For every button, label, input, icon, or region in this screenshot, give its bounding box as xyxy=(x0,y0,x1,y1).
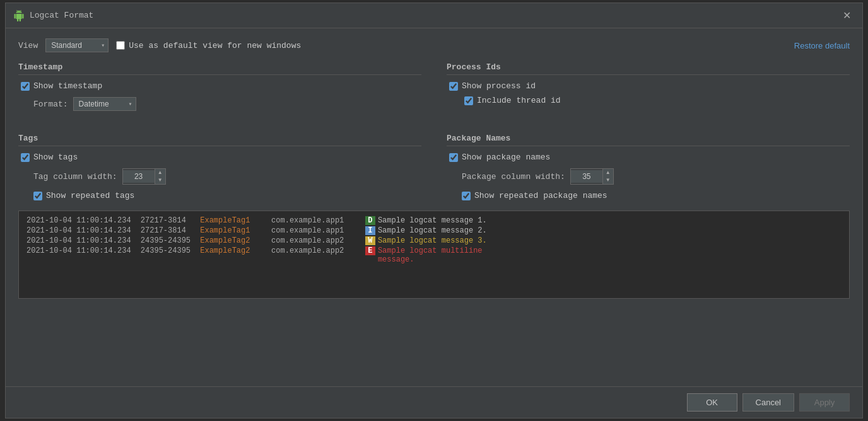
log-package-2: com.example.app1 xyxy=(271,226,358,235)
log-msg-2: Sample logcat message 2. xyxy=(378,226,487,235)
timestamp-section-body: Show timestamp Format: Datetime Time Epo… xyxy=(18,81,421,111)
log-pid-1: 27217-3814 xyxy=(141,216,195,225)
log-timestamp-3: 2021-10-04 11:00:14.234 xyxy=(26,236,136,245)
log-timestamp-4: 2021-10-04 11:00:14.234 xyxy=(26,246,136,255)
show-package-names-label: Show package names xyxy=(462,153,550,162)
show-timestamp-checkbox[interactable] xyxy=(21,82,30,91)
show-repeated-tags-checkbox-row: Show repeated tags xyxy=(33,191,421,200)
format-select[interactable]: Datetime Time Epoch UTC xyxy=(73,97,136,111)
log-pid-2: 27217-3814 xyxy=(141,226,195,235)
show-package-names-checkbox[interactable] xyxy=(449,153,458,162)
tag-col-width-label: Tag column width: xyxy=(33,172,117,182)
default-view-checkbox-row: Use as default view for new windows xyxy=(116,41,301,50)
log-tag-1: ExampleTag1 xyxy=(200,216,264,225)
log-timestamp-2: 2021-10-04 11:00:14.234 xyxy=(26,226,136,235)
package-names-section-title: Package Names xyxy=(447,134,850,146)
log-msg-4: Sample logcat multiline message. xyxy=(378,246,483,264)
view-select[interactable]: Standard Compact Detailed xyxy=(45,38,108,52)
title-bar: Logcat Format ✕ xyxy=(6,3,862,28)
view-row-left: View Standard Compact Detailed Use as de… xyxy=(18,38,301,52)
include-thread-checkbox[interactable] xyxy=(464,96,473,105)
close-button[interactable]: ✕ xyxy=(839,8,855,23)
package-names-section: Package Names Show package names Package… xyxy=(447,134,850,200)
show-repeated-packages-checkbox[interactable] xyxy=(462,192,471,200)
show-timestamp-label: Show timestamp xyxy=(33,81,102,91)
ok-button[interactable]: OK xyxy=(687,393,737,412)
package-col-width-spinner-btns: ▲ ▼ xyxy=(602,169,613,184)
tag-col-width-spinner-btns: ▲ ▼ xyxy=(155,169,165,184)
process-ids-section: Process Ids Show process id Include thre… xyxy=(447,62,850,111)
log-row: 2021-10-04 11:00:14.234 24395-24395 Exam… xyxy=(26,236,842,245)
show-repeated-tags-label: Show repeated tags xyxy=(46,191,134,200)
dialog-content: View Standard Compact Detailed Use as de… xyxy=(6,28,862,386)
show-process-id-label: Show process id xyxy=(462,81,536,91)
format-select-wrapper[interactable]: Datetime Time Epoch UTC xyxy=(73,97,136,111)
view-label: View xyxy=(18,41,38,50)
log-level-3: W xyxy=(365,236,375,245)
timestamp-section-title: Timestamp xyxy=(18,62,421,75)
log-msg-1: Sample logcat message 1. xyxy=(378,216,487,225)
package-col-width-input[interactable] xyxy=(571,170,602,183)
log-tag-3: ExampleTag2 xyxy=(200,236,264,245)
format-row: Format: Datetime Time Epoch UTC xyxy=(33,97,421,111)
package-col-width-down-btn[interactable]: ▼ xyxy=(603,176,613,184)
tag-col-width-row: Tag column width: ▲ ▼ xyxy=(33,168,421,185)
package-col-width-label: Package column width: xyxy=(462,172,565,182)
dialog-title: Logcat Format xyxy=(30,11,93,20)
include-thread-row: Include thread id xyxy=(464,96,850,105)
log-pid-4: 24395-24395 xyxy=(141,246,195,255)
show-timestamp-row: Show timestamp xyxy=(21,81,421,91)
package-col-width-row: Package column width: ▲ ▼ xyxy=(462,168,850,185)
log-row: 2021-10-04 11:00:14.234 24395-24395 Exam… xyxy=(26,246,842,264)
apply-button[interactable]: Apply xyxy=(799,393,850,412)
show-tags-checkbox[interactable] xyxy=(21,153,30,162)
format-label: Format: xyxy=(33,100,68,109)
preview-area: 2021-10-04 11:00:14.234 27217-3814 Examp… xyxy=(18,211,850,299)
log-msg-3: Sample logcat message 3. xyxy=(378,236,487,245)
tags-section-title: Tags xyxy=(18,134,421,146)
default-view-checkbox[interactable] xyxy=(116,41,125,50)
process-ids-section-title: Process Ids xyxy=(447,62,850,75)
view-row: View Standard Compact Detailed Use as de… xyxy=(18,38,850,52)
tags-section: Tags Show tags Tag column width: ▲ ▼ xyxy=(18,134,421,200)
show-repeated-tags-row: Show repeated tags xyxy=(33,191,421,200)
log-package-4: com.example.app2 xyxy=(271,246,358,255)
title-bar-left: Logcat Format xyxy=(13,10,93,21)
dialog-footer: OK Cancel Apply xyxy=(6,386,862,418)
package-col-width-spinner: ▲ ▼ xyxy=(570,168,614,185)
tags-packagenames-row: Tags Show tags Tag column width: ▲ ▼ xyxy=(18,134,850,200)
show-process-id-checkbox[interactable] xyxy=(449,82,458,91)
log-level-4: E xyxy=(365,246,375,255)
log-row: 2021-10-04 11:00:14.234 27217-3814 Examp… xyxy=(26,226,842,235)
log-level-1: D xyxy=(365,216,375,225)
log-tag-2: ExampleTag1 xyxy=(200,226,264,235)
log-pid-3: 24395-24395 xyxy=(141,236,195,245)
tag-col-width-input[interactable] xyxy=(123,170,155,183)
package-col-width-up-btn[interactable]: ▲ xyxy=(603,169,613,176)
show-tags-row: Show tags xyxy=(21,153,421,162)
restore-default-button[interactable]: Restore default xyxy=(794,41,850,50)
show-repeated-tags-checkbox[interactable] xyxy=(33,192,42,200)
log-timestamp-1: 2021-10-04 11:00:14.234 xyxy=(26,216,136,225)
log-tag-4: ExampleTag2 xyxy=(200,246,264,255)
log-package-1: com.example.app1 xyxy=(271,216,358,225)
log-package-3: com.example.app2 xyxy=(271,236,358,245)
tag-col-width-down-btn[interactable]: ▼ xyxy=(155,176,165,184)
log-level-2: I xyxy=(365,226,375,235)
include-thread-checkbox-row: Include thread id xyxy=(464,96,850,105)
tag-col-width-spinner: ▲ ▼ xyxy=(122,168,166,185)
tags-section-body: Show tags Tag column width: ▲ ▼ xyxy=(18,153,421,200)
view-select-wrapper[interactable]: Standard Compact Detailed xyxy=(45,38,108,52)
default-view-label: Use as default view for new windows xyxy=(129,41,301,50)
show-package-names-row: Show package names xyxy=(449,153,850,162)
cancel-button[interactable]: Cancel xyxy=(742,393,794,412)
tag-col-width-up-btn[interactable]: ▲ xyxy=(155,169,165,176)
process-ids-section-body: Show process id Include thread id xyxy=(447,81,850,105)
show-repeated-packages-label: Show repeated package names xyxy=(474,191,607,200)
show-tags-label: Show tags xyxy=(33,153,78,162)
show-repeated-packages-checkbox-row: Show repeated package names xyxy=(462,191,850,200)
android-icon xyxy=(13,10,25,21)
include-thread-label: Include thread id xyxy=(477,96,561,105)
show-process-id-row: Show process id xyxy=(449,81,850,91)
spacer-1 xyxy=(18,121,850,134)
